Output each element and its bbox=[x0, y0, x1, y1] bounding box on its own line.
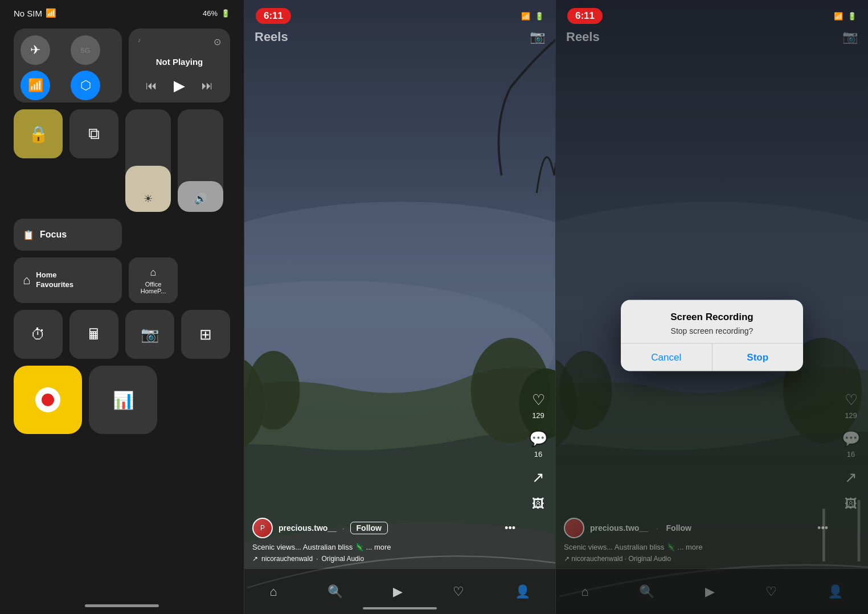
follow-button[interactable]: Follow bbox=[350, 522, 388, 534]
wifi-icon: 📶 bbox=[46, 8, 56, 18]
svg-point-5 bbox=[247, 351, 300, 430]
battery-icon: 🔋 bbox=[221, 9, 230, 18]
modal-subtitle: Stop screen recording? bbox=[632, 326, 792, 335]
focus-label: Focus bbox=[40, 230, 67, 240]
office-home-button[interactable]: ⌂ OfficeHomeP... bbox=[129, 257, 178, 303]
control-center-panel: No SIM 📶 46% 🔋 ✈ 5G 📶 ⬡ ♪ ⊙ Not Pl bbox=[0, 0, 244, 614]
bluetooth-button[interactable]: ⬡ bbox=[71, 71, 100, 100]
reels-action-buttons: ♡ 129 💬 16 ↗ 🖼 bbox=[529, 391, 547, 511]
dialog-bottom-info: precious.two__ · Follow ••• Scenic views… bbox=[556, 518, 836, 563]
clock-button[interactable]: ⏱ bbox=[14, 310, 63, 359]
dialog-avatar bbox=[564, 518, 584, 538]
dialog-like-count: 129 bbox=[845, 411, 857, 420]
gallery-action[interactable]: 🖼 bbox=[532, 497, 544, 511]
now-playing-widget: ♪ ⊙ Not Playing ⏮ ▶ ⏭ bbox=[129, 28, 230, 103]
brightness-slider[interactable]: ☀ bbox=[125, 109, 171, 212]
nav-home[interactable]: ⌂ bbox=[269, 584, 277, 599]
dialog-status-right: 📶 🔋 bbox=[834, 12, 857, 21]
reels-battery-icon: 🔋 bbox=[535, 12, 544, 21]
more-options[interactable]: ••• bbox=[505, 522, 515, 534]
audio-info: ↗ nicorauchenwald · Original Audio bbox=[252, 555, 515, 563]
dialog-title: Reels bbox=[566, 30, 600, 44]
carrier-label: No SIM bbox=[14, 9, 42, 18]
focus-row: 📋 Focus bbox=[14, 219, 230, 251]
icon-column: 🔒 ⧉ bbox=[14, 109, 118, 212]
cancel-button[interactable]: Cancel bbox=[621, 344, 712, 371]
reels-panel: 6:11 📶 🔋 Reels 📷 ♡ 129 💬 16 ↗ 🖼 P precio… bbox=[244, 0, 556, 614]
play-button[interactable]: ▶ bbox=[174, 77, 185, 95]
battery-label: 46% bbox=[203, 9, 218, 18]
qr-button[interactable]: ⊞ bbox=[181, 310, 230, 359]
dialog-share-action: ↗ bbox=[845, 469, 857, 486]
comment-icon: 💬 bbox=[529, 430, 547, 448]
mobile-data-button[interactable]: 5G bbox=[71, 35, 100, 65]
home-favourites-button[interactable]: ⌂ HomeFavourites bbox=[14, 257, 122, 303]
share-action[interactable]: ↗ bbox=[532, 469, 544, 486]
dialog-artist: nicorauchenwald bbox=[571, 555, 623, 563]
audio-label: Original Audio bbox=[321, 555, 364, 563]
connectivity-block: ✈ 5G 📶 ⬡ bbox=[14, 28, 122, 103]
top-row: ✈ 5G 📶 ⬡ ♪ ⊙ Not Playing ⏮ ▶ ⏭ bbox=[14, 28, 230, 103]
volume-slider[interactable]: 🔊 bbox=[178, 109, 223, 212]
dialog-share-icon: ↗ bbox=[845, 469, 857, 486]
dialog-panel: 6:11 📶 🔋 Reels 📷 Screen Recording Stop s… bbox=[556, 0, 868, 614]
reels-user-row: P precious.two__ · Follow ••• bbox=[252, 518, 515, 538]
volume-icon: 🔊 bbox=[194, 193, 207, 205]
dialog-comment-action: 💬 16 bbox=[842, 430, 860, 459]
screen-record-button[interactable] bbox=[14, 366, 82, 434]
lock-mirror-row: 🔒 ⧉ bbox=[14, 109, 118, 158]
dialog-gallery-icon: 🖼 bbox=[845, 497, 857, 511]
next-button[interactable]: ⏭ bbox=[202, 79, 213, 92]
dialog-audio-label: Original Audio bbox=[628, 555, 671, 563]
second-row: 🔒 ⧉ ☀ 🔊 bbox=[14, 109, 230, 212]
screen-mirror-button[interactable]: ⧉ bbox=[69, 109, 118, 158]
focus-icon: 📋 bbox=[23, 230, 34, 240]
now-playing-label: Not Playing bbox=[138, 57, 221, 67]
calculator-button[interactable]: 🖩 bbox=[69, 310, 118, 359]
airplay-icon[interactable]: ⊙ bbox=[214, 36, 221, 47]
artist-name: nicorauchenwald bbox=[261, 555, 313, 563]
camera-button[interactable]: 📷 bbox=[125, 310, 174, 359]
screen-recording-dialog: Screen Recording Stop screen recording? … bbox=[621, 300, 803, 371]
dot-separator: · bbox=[342, 524, 345, 533]
screen-mirror-icon: ⧉ bbox=[88, 125, 100, 144]
dialog-caption: Scenic views... Australian bliss 🦎 ... m… bbox=[564, 543, 828, 551]
comment-action[interactable]: 💬 16 bbox=[529, 430, 547, 459]
home-label: HomeFavourites bbox=[36, 271, 73, 290]
reels-wifi-icon: 📶 bbox=[521, 12, 530, 21]
home-indicator bbox=[85, 604, 159, 607]
dialog-camera-icon[interactable]: 📷 bbox=[842, 30, 858, 44]
reels-camera-icon[interactable]: 📷 bbox=[530, 30, 545, 44]
dialog-nav-reels: ▶ bbox=[705, 584, 715, 599]
like-count: 129 bbox=[532, 411, 544, 420]
voice-memo-button[interactable]: 📊 bbox=[89, 366, 157, 434]
rotation-lock-icon: 🔒 bbox=[28, 125, 48, 144]
nav-profile[interactable]: 👤 bbox=[515, 584, 530, 599]
nav-reels[interactable]: ▶ bbox=[393, 584, 403, 599]
home-icon: ⌂ bbox=[23, 273, 30, 288]
dialog-status-bar: 6:11 📶 🔋 bbox=[556, 0, 868, 28]
stop-button[interactable]: Stop bbox=[713, 344, 804, 371]
nav-search[interactable]: 🔍 bbox=[327, 584, 343, 599]
prev-button[interactable]: ⏮ bbox=[146, 79, 157, 92]
wifi-button[interactable]: 📶 bbox=[21, 71, 50, 100]
dialog-battery-icon: 🔋 bbox=[847, 12, 857, 21]
home-indicator-reels bbox=[363, 607, 437, 609]
modal-title: Screen Recording bbox=[632, 312, 792, 323]
reels-bottom-info: P precious.two__ · Follow ••• Scenic vie… bbox=[244, 518, 523, 563]
user-avatar: P bbox=[252, 518, 273, 538]
caption-text: Scenic views... Australian bliss 🦎 ... m… bbox=[252, 543, 515, 551]
airplane-button[interactable]: ✈ bbox=[21, 35, 50, 65]
audio-dot: · bbox=[316, 555, 318, 563]
control-grid: ✈ 5G 📶 ⬡ ♪ ⊙ Not Playing ⏮ ▶ ⏭ bbox=[14, 28, 230, 434]
record-row: 📊 bbox=[14, 366, 230, 434]
nav-heart[interactable]: ♡ bbox=[453, 584, 464, 599]
dialog-audio-note: ↗ bbox=[564, 555, 570, 563]
focus-button[interactable]: 📋 Focus bbox=[14, 219, 122, 251]
rotation-lock-button[interactable]: 🔒 bbox=[14, 109, 63, 158]
dialog-username: precious.two__ bbox=[590, 523, 648, 533]
dialog-user-row: precious.two__ · Follow ••• bbox=[564, 518, 828, 538]
dialog-nav-search: 🔍 bbox=[639, 584, 654, 599]
dialog-comment-icon: 💬 bbox=[842, 430, 860, 448]
like-action[interactable]: ♡ 129 bbox=[532, 391, 545, 420]
